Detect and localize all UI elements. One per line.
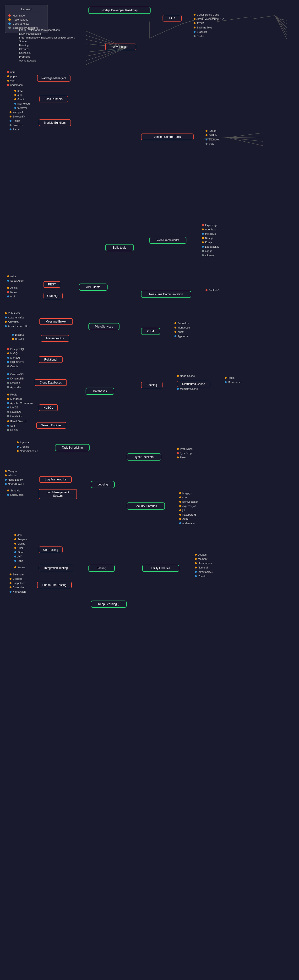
ide-webstorm: IntelliJ WebStorm/IDEA <box>194 18 224 20</box>
message-broker-node: Message-Broker <box>40 318 73 325</box>
js-item-1: Learn Syntax and basic operations <box>19 29 60 31</box>
db-sphinx: Sphinx <box>7 428 18 431</box>
vcs-bitbucket: Bitbucket <box>206 138 220 141</box>
wf-express: Express.js <box>202 224 217 227</box>
cache-memcached: Memcached <box>225 381 242 383</box>
pkg-nodemoon: nodemoon <box>7 83 23 86</box>
log-management-node: Log Management System <box>39 489 77 499</box>
js-item-7: Callbacks <box>19 51 31 54</box>
rest-node: REST <box>43 281 60 288</box>
backdated-dot <box>8 27 11 29</box>
ts-cronicle: Cronicle <box>17 445 29 448</box>
ide-sublime: Sublime Text <box>194 26 212 29</box>
must-know-dot <box>8 14 11 17</box>
js-item-9: Async & Await <box>19 59 36 62</box>
ide-atom: ATOM <box>194 22 204 25</box>
ms-rabbitmq: RabbitMQ <box>5 312 20 315</box>
realtime-node: Real-Time Communication <box>141 291 191 298</box>
must-know-label: Must know <box>13 14 25 17</box>
mb-webpack: Webpack <box>9 111 24 114</box>
sec-bcrypt: bcryptjs <box>179 492 191 495</box>
build-tools-node: Build tools <box>105 244 134 251</box>
wf-midway: midway <box>202 254 214 257</box>
js-item-3: IIFE (Immediately Invoked Function Expre… <box>19 36 75 39</box>
js-item-5: Hoisting <box>19 44 28 47</box>
test-chai: Chai <box>14 546 23 549</box>
ms-distibus: Distibus <box>12 333 24 336</box>
util-moment: Moment <box>195 557 207 560</box>
wf-meteor: Meteor.js <box>202 232 216 235</box>
rt-socketio: SocketIO <box>206 289 220 292</box>
web-frameworks-node: Web Frameworks <box>149 237 187 244</box>
orm-knex: Knex <box>174 331 184 333</box>
log-loggly: Loggly.com <box>7 493 24 496</box>
tc-proptypes: PropTypes <box>177 447 193 450</box>
svg-line-25 <box>227 133 263 138</box>
distributed-cache-node: Distributed Cache <box>177 381 210 387</box>
svg-line-16 <box>251 16 275 19</box>
db-mongodb: MongoDB <box>7 398 22 400</box>
log-sentry: Sentry.io <box>7 489 21 492</box>
pkg-pnpm: pnpm <box>7 75 17 78</box>
unit-testing-node: Unit Testing <box>39 546 63 553</box>
tr-grunt: Grunt <box>14 98 24 101</box>
ide-vscode: Visual Studio Code <box>194 13 219 16</box>
databases-node: Databases <box>85 388 114 395</box>
db-mysql: MySQL <box>7 352 19 355</box>
db-solr: Solr <box>7 424 15 427</box>
mb-parcel: Parcel <box>9 128 20 131</box>
db-ravendb: RavenDB <box>7 410 22 413</box>
db-postgres: PostgreSQL <box>7 348 25 350</box>
mb-browserify: Browserify <box>9 115 25 118</box>
graphql-node: GraphQL <box>43 293 63 299</box>
pkg-yarn: yarn <box>7 79 15 82</box>
test-selenium: Selenium <box>9 573 24 576</box>
svg-line-18 <box>275 18 287 20</box>
main-title: Nodejs Developer Roadmap <box>89 7 150 14</box>
wf-adonis: Adonis.js <box>202 228 216 231</box>
svg-line-21 <box>275 16 287 32</box>
db-redis: Redis <box>7 393 17 396</box>
vcs-svn: SVN <box>206 142 214 145</box>
tc-typescript: TypeScript <box>177 452 192 455</box>
legend-title: Legend <box>8 7 44 12</box>
e2e-testing-node: End to End Testing <box>37 582 72 588</box>
ts-agenda: Agenda <box>17 441 29 444</box>
js-item-6: Closures <box>19 48 29 51</box>
ides-node: IDEs <box>163 15 182 22</box>
db-couchdb: CouchDB <box>7 415 22 417</box>
db-sqlserver: SQL Server <box>7 361 24 363</box>
test-nightwatch: Nightwatch <box>9 590 25 593</box>
legend-must-know: Must know <box>8 14 44 17</box>
good-to-know-dot <box>8 22 11 25</box>
log-frameworks-node: Log Frameworks <box>40 476 72 483</box>
nosql-node: NoSQL <box>39 404 58 411</box>
module-bundlers-node: Module Bundlers <box>39 119 71 126</box>
svg-line-22 <box>275 16 287 35</box>
db-cassandra: Apache Cassandra <box>7 402 33 404</box>
caching-node: Caching <box>141 382 163 388</box>
test-puppeteer: Puppeteer <box>9 582 25 584</box>
vcs-github: GitHub <box>206 134 217 137</box>
wf-nest: Nest.js <box>202 237 213 240</box>
js-item-2: DOM manipulation <box>19 32 41 35</box>
message-bus-node: Message-Bus <box>41 335 69 342</box>
svg-line-10 <box>149 24 182 38</box>
test-ava: AVA <box>14 555 22 558</box>
log-nodebunyan: Node-Bunyan <box>5 483 24 485</box>
sec-joi: joi <box>179 509 185 512</box>
tc-flow: Flow <box>177 456 185 459</box>
js-item-4: Scope <box>19 40 27 43</box>
svg-line-27 <box>227 138 263 142</box>
test-cucumber: Cucumber <box>9 586 25 589</box>
wf-koa: Koa.js <box>202 241 212 244</box>
db-elastic: ElasticSearch <box>7 420 26 423</box>
test-jest: Jest <box>14 533 22 536</box>
test-karma: Karma <box>14 566 25 569</box>
api-urql: urql <box>7 295 14 298</box>
db-aphrodite: Aphrodite <box>7 386 22 388</box>
cache-redis: Redis <box>225 376 234 379</box>
cache-nodecache: Node-Cache <box>177 374 195 377</box>
orm-typeorm: Typeorm <box>174 335 188 337</box>
relational-node: Relational <box>39 356 63 363</box>
